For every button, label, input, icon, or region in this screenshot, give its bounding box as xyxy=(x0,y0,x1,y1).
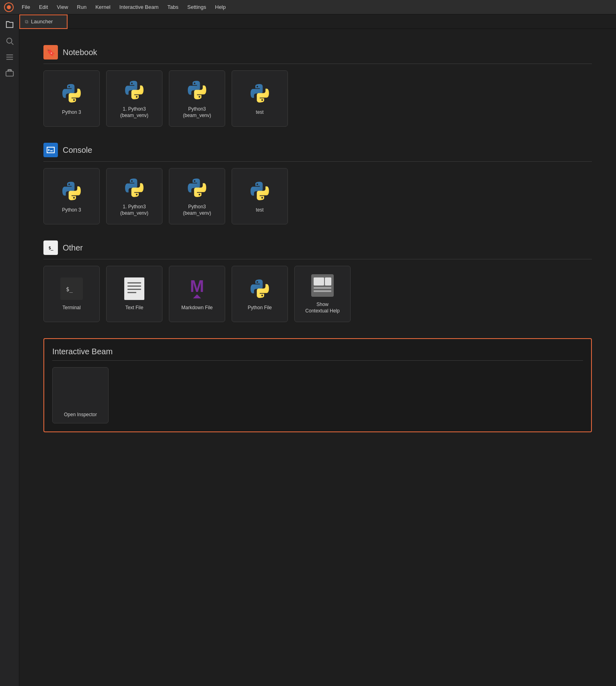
sidebar-search-icon[interactable] xyxy=(2,34,17,48)
launcher-content: 🔖 Notebook xyxy=(19,29,616,464)
svg-rect-17 xyxy=(314,277,324,285)
launcher-tab[interactable]: ⧉ Launcher xyxy=(19,14,68,29)
open-inspector-label: Open Inspector xyxy=(64,412,97,417)
console-python3-icon xyxy=(60,179,84,203)
other-contextualhelp-item[interactable]: Show Contextual Help xyxy=(294,266,351,322)
console-python3-beam2-label: Python3 (beam_venv) xyxy=(174,204,220,216)
terminal-icon: $_ xyxy=(60,277,84,301)
notebook-python3-item[interactable]: Python 3 xyxy=(43,70,100,127)
menu-interactive-beam[interactable]: Interactive Beam xyxy=(115,2,163,12)
other-section: $_ Other $_ xyxy=(43,240,592,322)
svg-rect-11 xyxy=(127,285,141,287)
notebook-test-label: test xyxy=(256,109,263,116)
python3-test-icon xyxy=(248,81,272,105)
notebook-grid: Python 3 xyxy=(43,70,592,127)
svg-rect-19 xyxy=(314,287,331,289)
open-inspector-item[interactable]: Open Inspector xyxy=(52,367,109,423)
other-section-icon: $_ xyxy=(43,240,58,255)
other-header: $_ Other xyxy=(43,240,592,259)
console-test-label: test xyxy=(256,207,263,214)
svg-rect-18 xyxy=(325,277,331,285)
menu-view[interactable]: View xyxy=(53,2,72,12)
other-section-title: Other xyxy=(63,243,83,253)
notebook-python3-label: Python 3 xyxy=(62,109,81,116)
other-textfile-item[interactable]: Text File xyxy=(106,266,162,322)
menu-bar: File Edit View Run Kernel Interactive Be… xyxy=(0,0,616,14)
console-python3-beam1-icon xyxy=(122,176,146,200)
console-test-item[interactable]: test xyxy=(232,168,288,224)
console-python3-beam2-icon xyxy=(185,176,209,200)
contextualhelp-icon xyxy=(310,273,335,298)
python3-beam1-icon xyxy=(122,78,146,102)
other-pythonfile-item[interactable]: Python File xyxy=(232,266,288,322)
interactive-beam-grid: Open Inspector xyxy=(52,367,583,423)
console-grid: Python 3 xyxy=(43,168,592,224)
main-area: ⧉ Launcher 🔖 Notebook xyxy=(19,14,616,686)
other-markdown-item[interactable]: M Markdown File xyxy=(169,266,225,322)
app-layout: ⧉ Launcher 🔖 Notebook xyxy=(0,14,616,686)
other-terminal-item[interactable]: $_ Terminal xyxy=(43,266,100,322)
other-grid: $_ Terminal xyxy=(43,266,592,322)
svg-rect-20 xyxy=(314,290,331,292)
interactive-beam-section: Interactive Beam Open Inspector xyxy=(43,338,592,432)
console-python3-beam2-item[interactable]: Python3 (beam_venv) xyxy=(169,168,225,224)
svg-line-3 xyxy=(11,43,13,45)
console-python3-item[interactable]: Python 3 xyxy=(43,168,100,224)
main-content: 🔖 Notebook xyxy=(19,29,616,686)
console-section-title: Console xyxy=(63,146,92,155)
other-pythonfile-label: Python File xyxy=(248,305,272,311)
tab-external-icon: ⧉ xyxy=(25,19,29,25)
console-section: Console xyxy=(43,143,592,224)
notebook-test-item[interactable]: test xyxy=(232,70,288,127)
sidebar-list-icon[interactable] xyxy=(2,50,17,64)
menu-tabs[interactable]: Tabs xyxy=(163,2,182,12)
notebook-header: 🔖 Notebook xyxy=(43,45,592,64)
markdown-icon: M xyxy=(185,277,209,301)
notebook-section-icon: 🔖 xyxy=(43,45,58,60)
svg-rect-13 xyxy=(127,292,136,293)
sidebar-extensions-icon[interactable] xyxy=(2,66,17,80)
svg-point-2 xyxy=(6,38,12,43)
console-python3-label: Python 3 xyxy=(62,207,81,214)
notebook-python3-beam1-label: 1. Python3 (beam_venv) xyxy=(111,106,157,119)
menu-file[interactable]: File xyxy=(18,2,34,12)
notebook-python3-beam2-label: Python3 (beam_venv) xyxy=(174,106,220,119)
notebook-section: 🔖 Notebook xyxy=(43,45,592,127)
console-test-icon xyxy=(248,179,272,203)
menu-items: File Edit View Run Kernel Interactive Be… xyxy=(18,2,230,12)
notebook-python3-beam1-item[interactable]: 1. Python3 (beam_venv) xyxy=(106,70,162,127)
menu-help[interactable]: Help xyxy=(211,2,230,12)
menu-kernel[interactable]: Kernel xyxy=(91,2,115,12)
notebook-python3-beam2-item[interactable]: Python3 (beam_venv) xyxy=(169,70,225,127)
sidebar xyxy=(0,14,19,686)
svg-rect-12 xyxy=(127,289,141,290)
app-logo xyxy=(3,2,14,13)
menu-settings[interactable]: Settings xyxy=(183,2,210,12)
other-textfile-label: Text File xyxy=(125,305,144,311)
svg-rect-10 xyxy=(127,282,141,283)
sidebar-files-icon[interactable] xyxy=(2,18,17,32)
svg-point-1 xyxy=(7,5,11,9)
console-header: Console xyxy=(43,143,592,162)
other-markdown-label: Markdown File xyxy=(181,305,213,311)
python3-icon xyxy=(60,81,84,105)
other-contextualhelp-label: Show Contextual Help xyxy=(305,302,339,314)
console-python3-beam1-item[interactable]: 1. Python3 (beam_venv) xyxy=(106,168,162,224)
textfile-icon xyxy=(122,277,146,301)
tab-label: Launcher xyxy=(31,18,53,25)
menu-run[interactable]: Run xyxy=(73,2,90,12)
console-python3-beam1-label: 1. Python3 (beam_venv) xyxy=(111,204,157,216)
console-section-icon xyxy=(43,143,58,157)
menu-edit[interactable]: Edit xyxy=(35,2,52,12)
svg-text:M: M xyxy=(190,277,204,296)
other-terminal-label: Terminal xyxy=(62,305,80,311)
python3-beam2-icon xyxy=(185,78,209,102)
tab-bar: ⧉ Launcher xyxy=(19,14,616,29)
interactive-beam-title: Interactive Beam xyxy=(52,347,583,361)
svg-text:$_: $_ xyxy=(66,286,73,293)
notebook-section-title: Notebook xyxy=(63,48,97,57)
pythonfile-icon xyxy=(248,277,272,301)
